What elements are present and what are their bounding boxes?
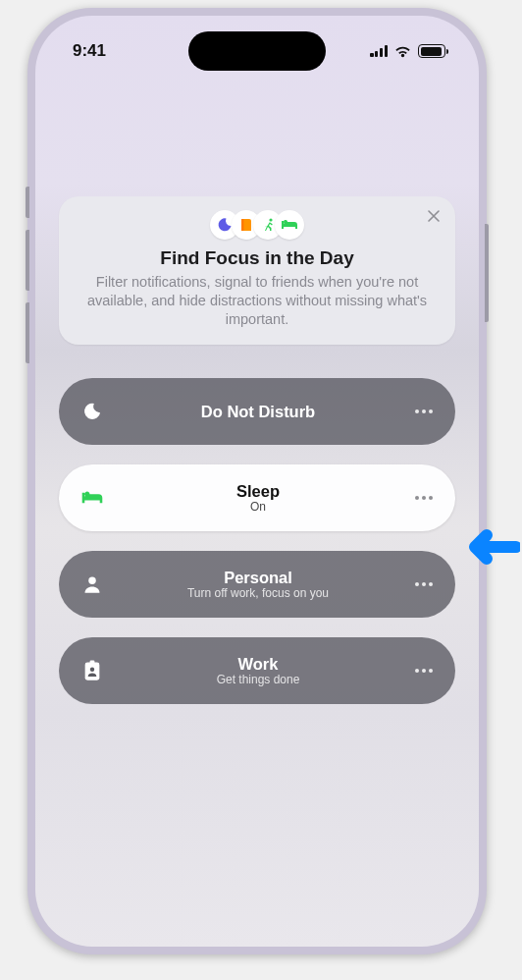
phone-side-buttons-left <box>26 187 29 363</box>
bed-icon <box>275 210 304 240</box>
focus-item-label: Sleep <box>106 482 410 501</box>
focus-panel: Find Focus in the Day Filter notificatio… <box>59 196 455 704</box>
moon-icon <box>78 398 106 425</box>
focus-item-label: Work <box>106 655 410 674</box>
svg-point-5 <box>90 668 94 672</box>
more-icon[interactable] <box>410 409 438 413</box>
person-icon <box>78 571 106 598</box>
svg-point-1 <box>269 218 272 221</box>
screen: 9:41 <box>35 16 479 947</box>
more-icon[interactable] <box>410 496 438 500</box>
cellular-icon <box>370 45 388 57</box>
close-icon[interactable] <box>424 206 444 226</box>
focus-item-sleep[interactable]: Sleep On <box>59 464 455 531</box>
focus-item-personal[interactable]: Personal Turn off work, focus on you <box>59 551 455 618</box>
bed-icon <box>78 484 106 512</box>
badge-icon <box>78 657 106 684</box>
more-icon[interactable] <box>410 582 438 586</box>
status-time: 9:41 <box>73 41 106 61</box>
battery-icon <box>418 44 445 58</box>
intro-card: Find Focus in the Day Filter notificatio… <box>59 196 455 345</box>
status-icons <box>370 44 445 58</box>
focus-list: Do Not Disturb Sleep On <box>59 378 455 704</box>
callout-arrow-icon <box>467 526 520 568</box>
dynamic-island <box>188 31 326 71</box>
phone-frame: 9:41 <box>27 8 487 954</box>
focus-item-work[interactable]: Work Get things done <box>59 637 455 704</box>
intro-icon-row <box>77 210 438 240</box>
svg-rect-0 <box>241 219 244 231</box>
more-icon[interactable] <box>410 669 438 673</box>
focus-item-label: Do Not Disturb <box>106 403 410 421</box>
intro-title: Find Focus in the Day <box>77 247 438 269</box>
svg-rect-4 <box>90 661 95 665</box>
intro-subtitle: Filter notifications, signal to friends … <box>77 273 438 329</box>
focus-item-dnd[interactable]: Do Not Disturb <box>59 378 455 445</box>
focus-item-sub: On <box>106 501 410 515</box>
wifi-icon <box>393 44 412 58</box>
svg-point-2 <box>88 577 96 585</box>
phone-power-button <box>485 224 489 322</box>
focus-item-sub: Get things done <box>106 674 410 687</box>
focus-item-label: Personal <box>106 569 410 587</box>
focus-item-sub: Turn off work, focus on you <box>106 587 410 601</box>
